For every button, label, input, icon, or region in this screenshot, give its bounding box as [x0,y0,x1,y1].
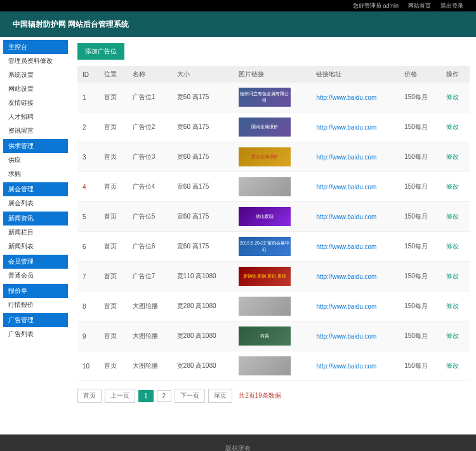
page-next[interactable]: 下一页 [175,389,205,403]
sidebar-item-2-0[interactable]: 展会列表 [3,196,68,210]
page-last[interactable]: 尾页 [208,389,232,403]
page-info: 共2页19条数据 [239,391,281,400]
topbar-greeting: 您好管理员 admin [353,2,399,10]
cell-price: 150每月 [399,202,441,232]
sidebar-item-3-0[interactable]: 新闻栏目 [3,226,68,239]
cell-url[interactable]: http://www.baidu.com [311,172,399,202]
cell-price: 150每月 [399,112,441,142]
table-row: 5首页广告位5宽60 高175佛山废旧http://www.baidu.com1… [77,202,470,232]
pagination: 首页 上一页 1 2 下一页 尾页 共2页19条数据 [77,389,470,403]
cell-action[interactable]: 修改 [441,172,470,202]
sidebar-item-0-0[interactable]: 管理员资料修改 [3,54,68,68]
cell-name: 广告位5 [128,202,172,232]
page-2[interactable]: 2 [157,390,172,402]
sidebar-item-1-0[interactable]: 供应 [3,153,68,167]
cell-price: 150每月 [399,232,441,262]
page-1[interactable]: 1 [138,390,154,402]
sidebar-item-1-1[interactable]: 求购 [3,167,68,181]
sidebar-header-5[interactable]: 报价单 [3,284,68,298]
cell-img [234,172,311,202]
sidebar-header-6[interactable]: 广告管理 [3,313,68,327]
cell-url[interactable]: http://www.baidu.com [311,321,399,351]
col-header-5: 链接地址 [311,66,399,83]
cell-size: 宽60 高175 [172,112,234,142]
cell-img: 佛山废旧 [234,202,311,232]
cell-url[interactable]: http://www.baidu.com [311,142,399,172]
cell-action[interactable]: 修改 [441,112,470,142]
cell-img: 废钢铁 废铜 废铝 废锌 [234,262,311,292]
cell-url[interactable]: http://www.baidu.com [311,351,399,381]
ad-thumbnail [239,356,291,375]
cell-pos: 首页 [99,292,128,321]
cell-url[interactable]: http://www.baidu.com [311,202,399,232]
sidebar-item-5-0[interactable]: 行情报价 [3,298,68,312]
add-ad-button[interactable]: 添加广告位 [77,43,124,60]
cell-size: 宽60 高175 [172,172,234,202]
col-header-7: 操作 [441,66,470,83]
cell-img: 废旧金属报价 [234,142,311,172]
cell-url[interactable]: http://www.baidu.com [311,232,399,262]
table-row: 4首页广告位4宽60 高175http://www.baidu.com150每月… [77,172,470,202]
page-first[interactable]: 首页 [77,389,102,403]
ad-thumbnail: 佛山废旧 [239,207,291,226]
sidebar-header-1[interactable]: 供求管理 [3,139,68,153]
header: 中国辐射防护网 网站后台管理系统 [0,11,476,37]
ad-thumbnail: 2015.5.20-22 宝鸡会展中心 [239,237,291,256]
cell-id: 5 [77,202,99,232]
topbar: 您好管理员 admin 网站首页 退出登录 [0,0,476,11]
cell-price: 150每月 [399,172,441,202]
cell-action[interactable]: 修改 [441,142,470,172]
table-row: 1首页广告位1宽60 高175德州冯立有色金属有限公司http://www.ba… [77,83,470,112]
sidebar-item-3-1[interactable]: 新闻列表 [3,239,68,253]
cell-action[interactable]: 修改 [441,83,470,112]
sidebar-item-0-4[interactable]: 人才招聘 [3,110,68,124]
col-header-0: ID [77,66,99,83]
sidebar-item-0-2[interactable]: 网站设置 [3,82,68,96]
page-prev[interactable]: 上一页 [105,389,135,403]
cell-pos: 首页 [99,232,128,262]
cell-name: 广告位6 [128,232,172,262]
sidebar-item-6-0[interactable]: 广告列表 [3,327,68,341]
sidebar-header-0[interactable]: 主控台 [3,40,68,54]
cell-pos: 首页 [99,351,128,381]
cell-id: 10 [77,351,99,381]
cell-pos: 首页 [99,112,128,142]
cell-url[interactable]: http://www.baidu.com [311,112,399,142]
cell-name: 大图轮播 [128,351,172,381]
cell-size: 宽110 高1080 [172,262,234,292]
cell-action[interactable]: 修改 [441,262,470,292]
cell-action[interactable]: 修改 [441,292,470,321]
sidebar-header-2[interactable]: 展会管理 [3,182,68,196]
table-row: 6首页广告位6宽60 高1752015.5.20-22 宝鸡会展中心http:/… [77,232,470,262]
col-header-3: 大小 [172,66,234,83]
sidebar-item-0-5[interactable]: 资讯留言 [3,124,68,138]
col-header-1: 位置 [99,66,128,83]
cell-name: 大图轮播 [128,321,172,351]
sidebar-item-0-1[interactable]: 系统设置 [3,68,68,82]
cell-url[interactable]: http://www.baidu.com [311,83,399,112]
cell-size: 宽280 高1080 [172,321,234,351]
ad-thumbnail: 废旧金属报价 [239,147,291,166]
cell-url[interactable]: http://www.baidu.com [311,262,399,292]
cell-name: 大图轮播 [128,292,172,321]
cell-size: 宽280 高1080 [172,351,234,381]
sidebar-header-4[interactable]: 会员管理 [3,255,68,269]
cell-url[interactable]: http://www.baidu.com [311,292,399,321]
cell-img: 德州冯立有色金属有限公司 [234,83,311,112]
cell-action[interactable]: 修改 [441,202,470,232]
cell-price: 150每月 [399,351,441,381]
sidebar-header-3[interactable]: 新闻资讯 [3,212,68,226]
cell-img: 国内金属报价 [234,112,311,142]
cell-action[interactable]: 修改 [441,232,470,262]
cell-action[interactable]: 修改 [441,351,470,381]
ad-thumbnail: 废钢铁 废铜 废铝 废锌 [239,267,291,286]
cell-id: 3 [77,142,99,172]
cell-price: 150每月 [399,262,441,292]
cell-action[interactable]: 修改 [441,321,470,351]
cell-id: 2 [77,112,99,142]
topbar-logout[interactable]: 退出登录 [440,2,463,10]
sidebar-item-4-0[interactable]: 普通会员 [3,269,68,283]
cell-pos: 首页 [99,202,128,232]
topbar-home[interactable]: 网站首页 [408,2,431,10]
sidebar-item-0-3[interactable]: 友情链接 [3,96,68,110]
